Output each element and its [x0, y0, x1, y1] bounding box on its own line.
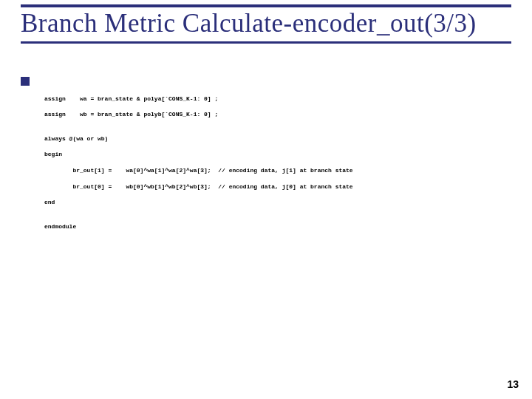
title-top-rule: [21, 4, 511, 7]
bullet-square-icon: [21, 77, 30, 86]
code-line: begin: [44, 151, 353, 159]
code-line: end: [44, 199, 353, 207]
title-block: Branch Metric Calculate-encoder_out(3/3): [0, 0, 532, 44]
code-line: endmodule: [44, 223, 353, 231]
code-line: assign wa = bran_state & polya[`CONS_K-1…: [44, 95, 353, 103]
code-line: always @(wa or wb): [44, 135, 353, 143]
code-line: assign wb = bran_state & polyb[`CONS_K-1…: [44, 111, 353, 119]
title-bottom-rule: [21, 41, 511, 44]
slide-title: Branch Metric Calculate-encoder_out(3/3): [21, 9, 511, 38]
code-line: br_out[1] = wa[0]^wa[1]^wa[2]^wa[3]; // …: [44, 167, 353, 175]
page-number: 13: [507, 378, 519, 390]
code-block: assign wa = bran_state & polya[`CONS_K-1…: [44, 87, 353, 247]
code-line: br_out[0] = wb[0]^wb[1]^wb[2]^wb[3]; // …: [44, 183, 353, 191]
